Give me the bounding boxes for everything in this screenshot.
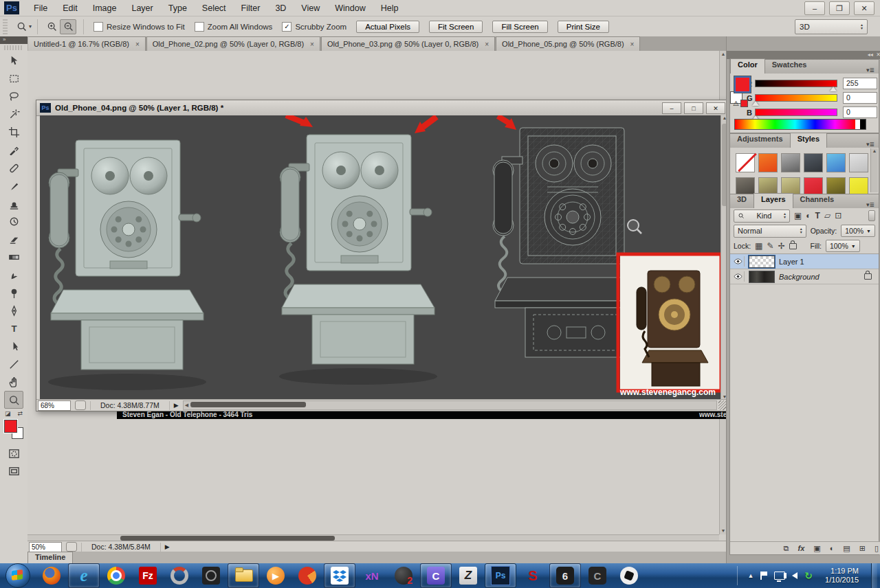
green-value-field[interactable]: 0	[843, 92, 877, 104]
zoom-tool[interactable]	[4, 391, 23, 409]
tab-color[interactable]: Color	[730, 58, 765, 74]
crop-tool[interactable]	[4, 123, 23, 141]
tools-panel-collapse[interactable]: »	[0, 36, 28, 44]
scrollbar-thumb[interactable]	[120, 536, 335, 541]
tab-styles[interactable]: Styles	[790, 133, 827, 148]
document-window-titlebar[interactable]: Ps Old_Phone_04.png @ 50% (Layer 1, RGB/…	[36, 100, 728, 116]
tab-close-icon[interactable]: ×	[485, 41, 489, 48]
default-colors-icon[interactable]: ◪	[5, 410, 11, 417]
layer-thumbnail[interactable]	[749, 271, 775, 283]
taskbar-explorer[interactable]	[228, 563, 259, 588]
restore-button[interactable]: ❐	[829, 1, 850, 15]
menu-window[interactable]: Window	[327, 3, 373, 13]
blue-slider[interactable]	[755, 109, 837, 116]
start-button[interactable]	[6, 563, 30, 588]
lock-all-icon[interactable]	[789, 243, 797, 249]
style-swatch[interactable]	[826, 153, 846, 172]
swap-colors-icon[interactable]: ⇄	[17, 410, 23, 417]
slider-thumb[interactable]	[752, 101, 759, 106]
new-adjustment-icon[interactable]: ◐	[830, 544, 835, 552]
taskbar-swirl-app[interactable]	[164, 564, 195, 587]
menu-filter[interactable]: Filter	[234, 3, 268, 13]
brush-tool[interactable]	[4, 177, 23, 194]
visibility-eye-icon[interactable]	[732, 271, 745, 282]
tab-old-phone-02[interactable]: Old_Phone_02.png @ 50% (Layer 0, RGB/8)×	[146, 36, 320, 51]
tab-close-icon[interactable]: ×	[135, 41, 140, 48]
doc-minimize-button[interactable]: –	[662, 102, 681, 114]
layer-name[interactable]: Layer 1	[779, 258, 804, 266]
doc-close-button[interactable]: ✕	[706, 102, 725, 114]
zoom-out-button[interactable]	[60, 19, 76, 34]
taskbar-sculptris[interactable]: 6	[549, 563, 581, 588]
green-slider[interactable]	[755, 94, 837, 102]
filter-toggle-switch[interactable]	[868, 210, 875, 221]
volume-icon[interactable]	[792, 572, 798, 579]
menu-file[interactable]: File	[26, 3, 55, 13]
layer-thumbnail[interactable]	[749, 256, 775, 268]
spot-healing-brush-tool[interactable]	[4, 159, 23, 177]
opacity-field[interactable]: 100% ▼	[841, 225, 875, 237]
panel-menu-icon[interactable]: ▾≣	[862, 67, 879, 74]
new-group-icon[interactable]: ▤	[843, 544, 850, 553]
layer-style-fx-icon[interactable]: fx	[798, 544, 804, 552]
lock-transparency-icon[interactable]: ▦	[755, 241, 762, 251]
gamut-color-swatch[interactable]	[740, 100, 748, 107]
taskbar-xnview[interactable]: xN	[357, 564, 387, 587]
taskbar-sphere-app[interactable]: 2	[388, 564, 419, 587]
tab-untitled-1[interactable]: Untitled-1 @ 16.7% (RGB/8)×	[28, 36, 146, 51]
style-swatch[interactable]	[781, 153, 800, 172]
tab-close-icon[interactable]: ×	[630, 41, 635, 48]
scrollbar-thumb[interactable]	[190, 402, 306, 407]
layer-row-layer-1[interactable]: Layer 1	[730, 254, 879, 269]
style-swatch-none[interactable]	[736, 153, 755, 172]
action-center-flag-icon[interactable]	[760, 572, 767, 580]
foreground-color-swatch[interactable]	[4, 420, 17, 433]
show-desktop-button[interactable]	[871, 563, 877, 588]
menu-type[interactable]: Type	[161, 3, 195, 13]
taskbar-media-player[interactable]: ▶	[261, 564, 291, 587]
menu-layer[interactable]: Layer	[124, 3, 160, 13]
tab-3d[interactable]: 3D	[730, 194, 754, 208]
taskbar-photoshop[interactable]: Ps	[485, 563, 516, 588]
path-selection-tool[interactable]	[4, 337, 23, 355]
timeline-tab[interactable]: Timeline	[28, 552, 73, 564]
layer-row-background[interactable]: Background	[730, 269, 879, 284]
dock-close-icon[interactable]: ✕	[876, 52, 880, 58]
red-slider[interactable]	[755, 80, 837, 87]
tab-old-phone-05[interactable]: Old_Phone_05.png @ 50% (RGB/8)×	[496, 36, 640, 51]
layer-name[interactable]: Background	[779, 273, 820, 281]
taskbar-internet-explorer[interactable]: e	[68, 563, 100, 588]
taskbar-clock[interactable]: 1:19 PM 1/10/2015	[820, 567, 864, 585]
pen-tool[interactable]	[4, 302, 23, 319]
document-canvas[interactable]: www.stevenegancg.com	[40, 115, 720, 399]
document-zoom-field[interactable]: 68%	[38, 400, 71, 411]
fill-screen-button[interactable]: Fill Screen	[492, 21, 547, 33]
app-zoom-field[interactable]: 50%	[29, 542, 62, 552]
tab-channels[interactable]: Channels	[793, 194, 842, 208]
quick-mask-button[interactable]	[4, 444, 23, 462]
add-mask-icon[interactable]: ▣	[813, 544, 820, 553]
tray-expand-icon[interactable]: ▲	[747, 572, 754, 579]
line-tool[interactable]	[4, 355, 23, 373]
move-tool[interactable]	[4, 52, 23, 69]
filter-type-layers-icon[interactable]: T	[815, 211, 820, 220]
taskbar-recorder-app[interactable]	[196, 564, 226, 587]
eyedropper-tool[interactable]	[4, 141, 23, 159]
style-swatch[interactable]	[849, 153, 868, 172]
sync-icon[interactable]: ↻	[804, 570, 813, 581]
print-size-button[interactable]: Print Size	[558, 21, 609, 33]
lasso-tool[interactable]	[4, 87, 23, 105]
taskbar-chrome[interactable]	[101, 564, 131, 587]
tab-swatches[interactable]: Swatches	[765, 59, 814, 74]
scrubby-zoom-checkbox[interactable]: ✓ Scrubby Zoom	[282, 22, 346, 32]
panel-menu-icon[interactable]: ▾≣	[862, 201, 879, 208]
taskbar-aperture-app[interactable]	[614, 564, 644, 587]
taskbar-firefox[interactable]	[36, 564, 67, 587]
taskbar-filezilla[interactable]: Fz	[133, 564, 163, 587]
delete-layer-icon[interactable]: ▯	[874, 544, 879, 553]
gradient-tool[interactable]	[4, 248, 23, 266]
blend-mode-combo[interactable]: Normal ▴▾	[734, 225, 806, 238]
color-spectrum-ramp[interactable]	[734, 119, 866, 130]
menu-image[interactable]: Image	[85, 3, 124, 13]
document-horizontal-scrollbar[interactable]: ◀	[183, 400, 717, 410]
